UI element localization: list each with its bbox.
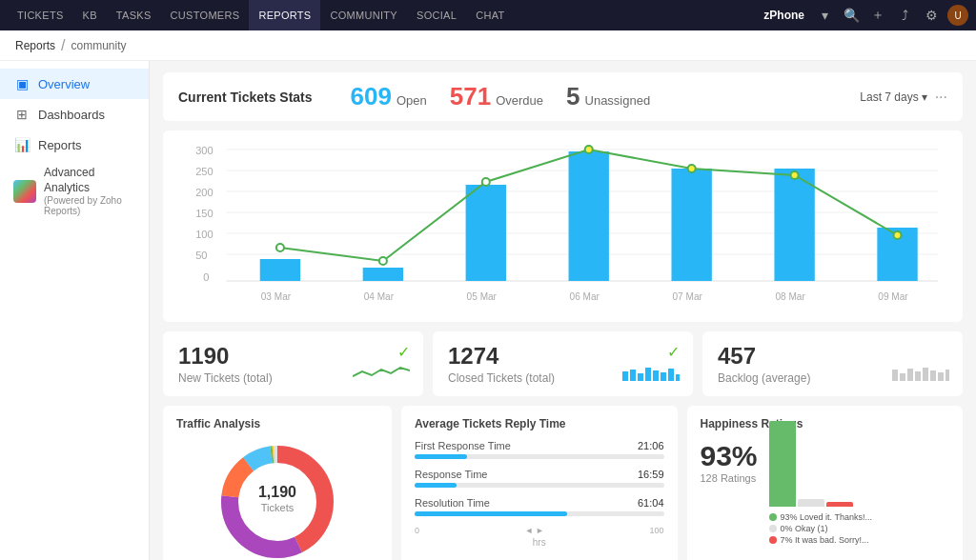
sidebar: ▣ Overview ⊞ Dashboards 📊 Reports Advanc… [0, 61, 150, 560]
svg-text:50: 50 [195, 250, 207, 261]
svg-text:150: 150 [195, 208, 213, 219]
sidebar-label-dashboards: Dashboards [38, 108, 105, 122]
donut-sub: Tickets [261, 502, 295, 513]
new-tickets-sparkline [353, 362, 410, 385]
time-filter-label: Last 7 days [860, 90, 918, 104]
nav-tickets[interactable]: TICKETS [8, 0, 73, 30]
nav-right: zPhone ▾ 🔍 ＋ ⤴ ⚙ U [763, 5, 968, 26]
okay-label: 0% Okay (1) [781, 524, 828, 533]
metric-backlog: 457 Backlog (average) [702, 331, 963, 396]
svg-text:04 Mar: 04 Mar [364, 291, 395, 302]
metric-new-tickets: 1190 New Tickets (total) ✓ [163, 331, 423, 396]
breadcrumb-community[interactable]: community [71, 39, 126, 52]
svg-rect-30 [900, 373, 905, 381]
breadcrumb: Reports / community [0, 30, 976, 61]
response-row: Response Time 16:59 [415, 469, 664, 480]
bad-dot [769, 536, 777, 544]
hap-bar-bad [826, 502, 853, 507]
settings-icon[interactable]: ⚙ [921, 5, 942, 26]
avatar[interactable]: U [947, 5, 968, 26]
line-dot-1 [379, 257, 387, 265]
closed-tickets-check-icon: ✓ [667, 343, 680, 361]
svg-rect-27 [668, 369, 674, 381]
response-metric: Response Time 16:59 [415, 469, 664, 488]
overview-icon: ▣ [13, 76, 30, 91]
line-dot-0 [276, 244, 284, 251]
line-dot-3 [585, 146, 593, 153]
nav-chat[interactable]: CHAT [466, 0, 514, 30]
stats-controls: Last 7 days ▾ ··· [860, 89, 947, 106]
resolution-metric: Resolution Time 61:04 [415, 497, 664, 516]
more-options-btn[interactable]: ··· [935, 89, 947, 106]
nav-tasks[interactable]: TASKS [107, 0, 161, 30]
svg-text:03 Mar: 03 Mar [261, 291, 292, 302]
brand-dropdown-icon[interactable]: ▾ [814, 5, 835, 26]
donut-chart: 1,190 Tickets [215, 440, 339, 560]
chart-wrap: 300 250 200 150 100 50 0 [178, 140, 947, 316]
svg-rect-22 [630, 370, 636, 381]
stats-title: Current Tickets Stats [178, 90, 313, 105]
sidebar-item-overview[interactable]: ▣ Overview [0, 69, 149, 99]
svg-text:300: 300 [195, 145, 213, 156]
sidebar-item-reports[interactable]: 📊 Reports [0, 130, 149, 160]
nav-kb[interactable]: KB [73, 0, 107, 30]
search-icon[interactable]: 🔍 [841, 5, 862, 26]
response-fill [415, 483, 457, 488]
unassigned-count: 5 [566, 82, 580, 111]
sidebar-item-advanced[interactable]: Advanced Analytics (Powered by Zoho Repo… [0, 160, 149, 222]
scale-unit: hrs [415, 537, 664, 548]
share-icon[interactable]: ⤴ [894, 5, 915, 26]
resolution-fill [415, 511, 567, 516]
time-filter-btn[interactable]: Last 7 days ▾ [860, 90, 926, 104]
svg-text:09 Mar: 09 Mar [878, 291, 908, 302]
svg-text:200: 200 [195, 187, 213, 198]
nav-community[interactable]: COMMUNITY [320, 0, 407, 30]
svg-rect-34 [930, 370, 936, 381]
svg-rect-32 [915, 371, 921, 381]
svg-rect-36 [946, 370, 949, 381]
first-response-metric: First Response Time 21:06 [415, 440, 664, 459]
closed-tickets-sparkline [622, 362, 680, 385]
chart-card: 300 250 200 150 100 50 0 [163, 130, 963, 322]
metric-closed-tickets: 1274 Closed Tickets (total) ✓ [433, 331, 693, 396]
svg-text:100: 100 [195, 229, 213, 240]
line-dot-5 [791, 171, 799, 179]
reports-icon: 📊 [13, 137, 30, 152]
resolution-label: Resolution Time [415, 497, 490, 509]
stats-header: Current Tickets Stats 609 Open 571 Overd… [163, 72, 963, 121]
svg-rect-24 [645, 368, 651, 381]
svg-rect-25 [653, 370, 659, 381]
scale-start: 0 [415, 526, 419, 535]
top-navigation: TICKETS KB TASKS CUSTOMERS REPORTS COMMU… [0, 0, 976, 30]
nav-social[interactable]: SOCIAL [407, 0, 466, 30]
backlog-sparkline [892, 362, 949, 385]
svg-text:05 Mar: 05 Mar [467, 291, 498, 302]
svg-rect-26 [661, 372, 666, 381]
nav-reports[interactable]: REPORTS [249, 0, 320, 30]
bar-line-chart: 300 250 200 150 100 50 0 [178, 140, 947, 316]
overdue-label: Overdue [496, 93, 543, 108]
traffic-card: Traffic Analysis [163, 406, 392, 560]
resolution-row: Resolution Time 61:04 [415, 497, 664, 509]
loved-label: 93% Loved it. Thanks!... [781, 512, 872, 522]
hap-bar-okay [798, 499, 824, 507]
bar-5 [774, 169, 814, 281]
svg-rect-21 [622, 371, 628, 381]
breadcrumb-reports[interactable]: Reports [15, 39, 55, 52]
happiness-pct: 93% [701, 440, 758, 472]
bar-0 [260, 259, 300, 281]
sidebar-item-dashboards[interactable]: ⊞ Dashboards [0, 99, 149, 130]
bar-4 [671, 169, 711, 281]
svg-rect-31 [907, 369, 913, 381]
traffic-title: Traffic Analysis [176, 417, 378, 430]
nav-customers[interactable]: CUSTOMERS [161, 0, 250, 30]
first-response-fill [415, 454, 467, 459]
svg-rect-35 [938, 372, 944, 381]
add-icon[interactable]: ＋ [867, 5, 888, 26]
time-filter-chevron-icon: ▾ [922, 90, 927, 104]
breadcrumb-separator: / [61, 37, 65, 54]
bar-3 [569, 151, 609, 281]
happiness-card: Happiness Ratings 93% 128 Ratings [687, 406, 964, 560]
dashboards-icon: ⊞ [13, 107, 30, 122]
svg-text:08 Mar: 08 Mar [775, 291, 805, 302]
